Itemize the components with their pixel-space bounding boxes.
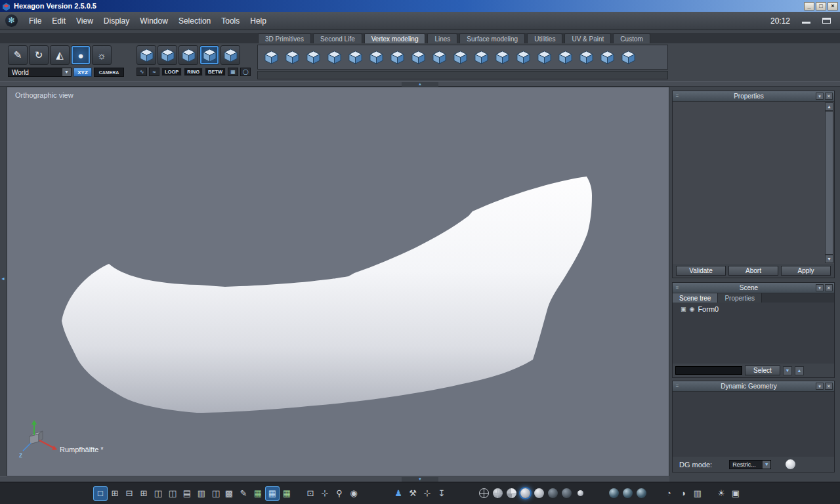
wedge-tool-icon[interactable]: ◭ bbox=[50, 45, 70, 65]
panel-menu-button[interactable]: ▾ bbox=[816, 383, 824, 390]
layout-columns-icon[interactable]: ◫ bbox=[209, 487, 222, 500]
panel-close-button[interactable]: ✕ bbox=[825, 383, 833, 390]
axis-manip-icon[interactable]: ⊹ bbox=[421, 487, 434, 500]
light-icon[interactable]: ☀ bbox=[715, 487, 728, 500]
world-dropdown-arrow-icon[interactable]: ▼ bbox=[62, 68, 71, 76]
menu-selection[interactable]: Selection bbox=[173, 16, 216, 26]
menu-help[interactable]: Help bbox=[245, 16, 272, 26]
spin-up-icon[interactable]: ▲ bbox=[795, 366, 804, 375]
panel-grip-icon[interactable]: ≡ bbox=[673, 285, 682, 291]
path-pick-mini-icon[interactable]: ≈ bbox=[149, 68, 159, 76]
edge-pick-mini-icon[interactable]: ∿ bbox=[136, 68, 147, 76]
validate-button[interactable]: Validate bbox=[676, 266, 726, 276]
vertex-tool-13-icon[interactable] bbox=[514, 49, 532, 66]
layout-left-split-icon[interactable]: ◫ bbox=[166, 487, 179, 500]
vertex-tool-01-icon[interactable] bbox=[262, 49, 280, 66]
grid-green-icon[interactable]: ▦ bbox=[251, 487, 264, 500]
select-points-mode-icon[interactable] bbox=[136, 45, 156, 65]
layout-two-cols-icon[interactable]: ◫ bbox=[152, 487, 165, 500]
rotate-tool-icon[interactable]: ↻ bbox=[29, 45, 49, 65]
vertex-tool-18-icon[interactable] bbox=[620, 49, 637, 66]
vertex-tool-15-icon[interactable] bbox=[556, 49, 574, 66]
xyz-mode-button[interactable]: XYZ bbox=[74, 68, 92, 77]
grid-mini-icon[interactable]: ▦ bbox=[228, 68, 238, 76]
grid-snap-icon[interactable]: ▦ bbox=[266, 487, 279, 500]
vertex-tool-12-icon[interactable] bbox=[494, 49, 511, 66]
pan-view-icon[interactable]: ⊹ bbox=[318, 487, 331, 500]
vertex-tool-09-icon[interactable] bbox=[430, 49, 448, 66]
uv-edit-icon[interactable]: ▩ bbox=[222, 487, 236, 500]
wireframe-shading-icon[interactable] bbox=[479, 488, 489, 498]
tab-3d-primitives[interactable]: 3D Primitives bbox=[258, 33, 311, 43]
select-faces-mode-icon[interactable] bbox=[178, 45, 198, 65]
tab-lines[interactable]: Lines bbox=[427, 33, 457, 43]
scroll-thumb[interactable] bbox=[825, 111, 833, 255]
tab-second-life[interactable]: Second Life bbox=[313, 33, 362, 43]
ring-button[interactable]: RING bbox=[184, 68, 203, 76]
scroll-down-icon[interactable]: ▼ bbox=[825, 255, 833, 263]
scene-tab-properties[interactable]: Properties bbox=[718, 293, 762, 303]
window-close-button[interactable]: × bbox=[828, 2, 838, 10]
lamp-tool-icon[interactable]: ☼ bbox=[92, 45, 112, 65]
visibility-eye-icon[interactable]: ◉ bbox=[347, 487, 360, 500]
select-button[interactable]: Select bbox=[745, 366, 780, 375]
vertex-tool-07-icon[interactable] bbox=[388, 49, 406, 66]
vertex-tool-05-icon[interactable] bbox=[346, 49, 364, 66]
dark-shading-icon[interactable] bbox=[562, 488, 572, 498]
vertex-tool-10-icon[interactable] bbox=[452, 49, 469, 66]
abort-button[interactable]: Abort bbox=[728, 266, 778, 276]
collapse-down-handle[interactable]: ▼ bbox=[402, 477, 438, 482]
knife-tool-icon[interactable]: ✎ bbox=[8, 45, 28, 65]
smooth-shading-icon[interactable] bbox=[520, 488, 530, 498]
panel-menu-button[interactable]: ▾ bbox=[816, 284, 824, 291]
loop-button[interactable]: LOOP bbox=[161, 68, 182, 76]
textured-shading-icon[interactable] bbox=[534, 488, 544, 498]
layout-two-rows-icon[interactable]: ⊟ bbox=[123, 487, 136, 500]
vertex-tool-06-icon[interactable] bbox=[368, 49, 385, 66]
panel-grip-icon[interactable]: ≡ bbox=[673, 93, 682, 99]
material-sphere-icon-2[interactable] bbox=[623, 488, 633, 498]
vertex-tool-04-icon[interactable] bbox=[326, 49, 343, 66]
collapse-left-handle[interactable]: ◄ bbox=[1, 276, 5, 282]
dg-panel-titlebar[interactable]: ≡ Dynamic Geometry ▾ ✕ bbox=[673, 381, 834, 391]
tab-surface-modeling[interactable]: Surface modeling bbox=[459, 33, 525, 43]
orbit-view-icon[interactable]: ◔ bbox=[662, 487, 675, 500]
vertex-tool-14-icon[interactable] bbox=[536, 49, 553, 66]
vertex-tool-08-icon[interactable] bbox=[410, 49, 427, 66]
collapse-up-handle[interactable]: ▲ bbox=[402, 82, 438, 87]
select-object-mode-icon[interactable] bbox=[200, 45, 219, 65]
dg-dropdown-arrow-icon[interactable]: ▼ bbox=[763, 461, 770, 469]
material-sphere-icon-1[interactable] bbox=[609, 488, 619, 498]
tab-uv-paint[interactable]: UV & Paint bbox=[564, 33, 611, 43]
window-minimize-button[interactable]: _ bbox=[804, 2, 814, 10]
tab-custom[interactable]: Custom bbox=[613, 33, 650, 43]
between-button[interactable]: BETW bbox=[205, 68, 226, 76]
frame-selection-icon[interactable]: ⊡ bbox=[304, 487, 317, 500]
sphere-tool-icon[interactable]: ● bbox=[71, 45, 91, 65]
vertex-tool-03-icon[interactable] bbox=[304, 49, 322, 66]
annotate-icon[interactable]: ✎ bbox=[237, 487, 250, 500]
menu-window[interactable]: Window bbox=[135, 16, 173, 26]
drop-to-floor-icon[interactable]: ↧ bbox=[435, 487, 448, 500]
bottom-splitter[interactable]: ▼ bbox=[0, 476, 669, 482]
apply-button[interactable]: Apply bbox=[781, 266, 831, 276]
panel-grip-icon[interactable]: ≡ bbox=[673, 383, 682, 389]
ghost-shading-icon[interactable] bbox=[548, 488, 558, 498]
vertex-tool-11-icon[interactable] bbox=[472, 49, 490, 66]
visibility-eye-icon[interactable]: ◉ bbox=[690, 306, 695, 312]
menu-edit[interactable]: Edit bbox=[47, 16, 71, 26]
grid-plain-icon[interactable]: ▦ bbox=[280, 487, 293, 500]
zoom-icon[interactable]: ⚲ bbox=[333, 487, 346, 500]
roll-view-icon[interactable]: ◑ bbox=[677, 487, 690, 500]
properties-panel-titlebar[interactable]: ≡ Properties ▾ ✕ bbox=[673, 91, 834, 101]
dg-mode-select[interactable]: Restric... ▼ bbox=[729, 460, 771, 469]
ship-hull-model[interactable] bbox=[60, 175, 593, 414]
wire-shaded-icon[interactable] bbox=[493, 488, 503, 498]
camera-icon[interactable]: ▣ bbox=[729, 487, 742, 500]
layout-stack-icon[interactable]: ▥ bbox=[195, 487, 208, 500]
panel-menu-button[interactable]: ▾ bbox=[816, 93, 824, 100]
layout-single-icon[interactable]: □ bbox=[94, 487, 107, 500]
workspace-minimize-icon[interactable] bbox=[802, 18, 810, 24]
spin-down-icon[interactable]: ▼ bbox=[783, 366, 792, 375]
viewport-3d[interactable]: Orthographic view bbox=[7, 87, 669, 476]
